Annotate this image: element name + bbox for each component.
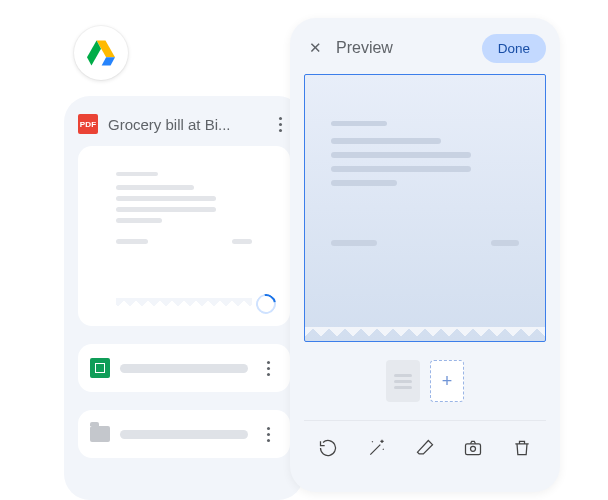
eraser-icon — [415, 438, 435, 458]
list-item[interactable] — [78, 410, 290, 458]
delete-button[interactable] — [508, 434, 536, 462]
file-overflow-menu-button[interactable] — [258, 355, 278, 381]
drive-triangle-icon — [87, 40, 115, 66]
trash-icon — [512, 438, 532, 458]
placeholder-text — [120, 364, 248, 373]
receipt-skeleton — [116, 172, 252, 244]
auto-enhance-button[interactable] — [363, 434, 391, 462]
pdf-badge-icon: PDF — [78, 114, 98, 134]
receipt-torn-edge — [116, 298, 252, 310]
file-title[interactable]: Grocery bill at Bi... — [108, 116, 260, 133]
done-button[interactable]: Done — [482, 34, 546, 63]
receipt-thumbnail-card[interactable] — [78, 146, 290, 326]
retake-button[interactable] — [314, 434, 342, 462]
add-page-button[interactable]: + — [430, 360, 464, 402]
file-overflow-menu-button[interactable] — [270, 111, 290, 137]
page-thumbnails: + — [304, 360, 546, 402]
retake-icon — [318, 438, 338, 458]
file-overflow-menu-button[interactable] — [258, 421, 278, 447]
page-thumbnail[interactable] — [386, 360, 420, 402]
loading-spinner-icon — [252, 290, 280, 318]
plus-icon: + — [442, 371, 453, 392]
scan-selection-area[interactable] — [304, 74, 546, 342]
list-item[interactable] — [78, 344, 290, 392]
sheets-icon — [90, 358, 110, 378]
close-button[interactable]: ✕ — [304, 37, 326, 59]
camera-icon — [463, 438, 483, 458]
drive-panel: PDF Grocery bill at Bi... — [64, 96, 304, 500]
toolbar — [304, 420, 546, 474]
svg-rect-0 — [466, 443, 481, 454]
receipt-torn-edge — [305, 327, 545, 341]
preview-header: ✕ Preview Done — [304, 32, 546, 64]
google-drive-logo — [74, 26, 128, 80]
folder-icon — [90, 426, 110, 442]
preview-title: Preview — [336, 39, 482, 57]
svg-point-1 — [471, 446, 476, 451]
close-icon: ✕ — [309, 39, 322, 57]
file-header: PDF Grocery bill at Bi... — [78, 110, 290, 138]
erase-button[interactable] — [411, 434, 439, 462]
scan-preview-panel: ✕ Preview Done + — [290, 18, 560, 492]
placeholder-text — [120, 430, 248, 439]
crop-rotate-button[interactable] — [459, 434, 487, 462]
magic-wand-icon — [367, 438, 387, 458]
